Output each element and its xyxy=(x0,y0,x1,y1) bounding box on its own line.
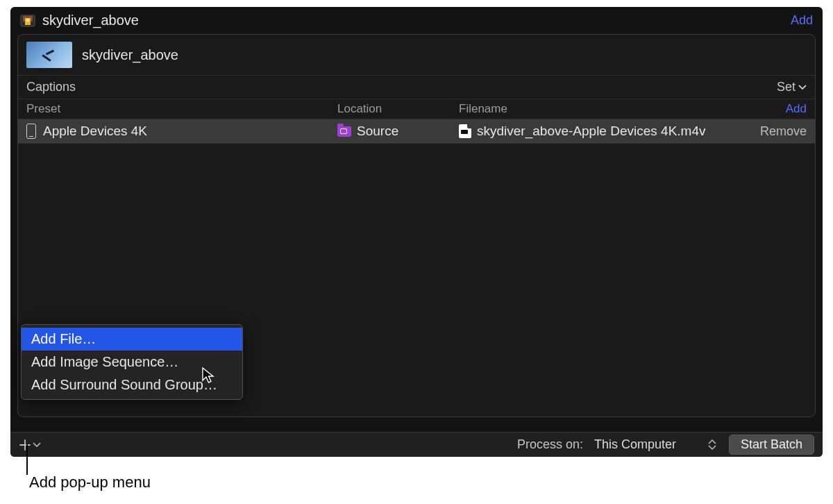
annotation-label: Add pop-up menu xyxy=(29,473,151,492)
batch-window: skydiver_above Add skydiver_above Captio… xyxy=(10,7,823,457)
start-batch-button[interactable]: Start Batch xyxy=(729,435,814,455)
annotation-leader-line xyxy=(26,444,28,475)
popup-item-add-file[interactable]: Add File… xyxy=(22,328,242,351)
column-header-filename: Filename xyxy=(459,102,786,116)
bottom-toolbar: Process on: This Computer Start Batch xyxy=(10,432,823,457)
remove-button[interactable]: Remove xyxy=(749,124,807,139)
chevron-down-icon xyxy=(33,442,41,448)
compressor-app-icon xyxy=(20,13,35,28)
stepper-icon xyxy=(708,439,718,451)
table-row[interactable]: Apple Devices 4K Source skydiver_above-A… xyxy=(18,119,815,144)
location-name: Source xyxy=(357,124,398,139)
source-name: skydiver_above xyxy=(82,47,178,63)
job-add-link[interactable]: Add xyxy=(791,13,813,28)
process-on-label: Process on: xyxy=(517,437,583,452)
add-popup-button[interactable] xyxy=(19,439,41,451)
cell-filename: skydiver_above-Apple Devices 4K.m4v Remo… xyxy=(459,124,807,139)
captions-set-dropdown[interactable]: Set xyxy=(777,80,807,94)
process-on-value: This Computer xyxy=(594,437,676,452)
job-title: skydiver_above xyxy=(42,12,139,28)
column-headers: Preset Location Filename Add xyxy=(18,99,815,119)
cell-preset: Apple Devices 4K xyxy=(26,124,337,139)
captions-bar: Captions Set xyxy=(18,75,815,99)
column-header-preset: Preset xyxy=(26,102,337,116)
popup-item-add-surround-sound[interactable]: Add Surround Sound Group… xyxy=(22,373,242,396)
filename-text: skydiver_above-Apple Devices 4K.m4v xyxy=(477,124,706,139)
batch-panel: skydiver_above Captions Set Preset Locat… xyxy=(17,34,816,417)
preset-name: Apple Devices 4K xyxy=(43,124,147,139)
chevron-down-icon xyxy=(798,85,807,90)
add-popup-menu: Add File… Add Image Sequence… Add Surrou… xyxy=(21,324,243,400)
job-header: skydiver_above Add xyxy=(10,7,823,34)
source-thumbnail xyxy=(26,42,72,68)
column-header-location: Location xyxy=(337,102,459,116)
process-on-select[interactable]: This Computer xyxy=(590,437,722,453)
source-row[interactable]: skydiver_above xyxy=(18,35,815,75)
file-icon xyxy=(459,124,471,138)
device-icon xyxy=(26,124,36,139)
folder-icon xyxy=(337,126,351,137)
popup-item-add-image-sequence[interactable]: Add Image Sequence… xyxy=(22,351,242,373)
plus-icon xyxy=(19,439,31,451)
cell-location: Source xyxy=(337,124,459,139)
captions-set-label: Set xyxy=(777,80,796,94)
svg-point-3 xyxy=(26,18,29,21)
captions-label: Captions xyxy=(26,80,76,94)
preset-add-link[interactable]: Add xyxy=(786,102,807,116)
